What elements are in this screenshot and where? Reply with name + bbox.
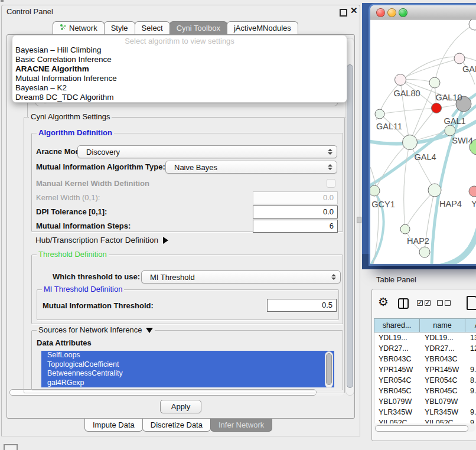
network-node-gal80[interactable] bbox=[395, 74, 406, 86]
mi-threshold-field[interactable]: 0.5 bbox=[267, 299, 337, 312]
table-horizontal-scrollbar-thumb[interactable] bbox=[375, 425, 468, 432]
attribute-item[interactable]: SelfLoops bbox=[41, 351, 334, 360]
mi-threshold-group: MI Threshold Definition Mutual Informati… bbox=[37, 289, 339, 320]
network-node[interactable] bbox=[419, 247, 430, 257]
node-label: GAL1 bbox=[444, 116, 465, 126]
gear-icon[interactable]: ⚙ bbox=[378, 295, 389, 309]
network-icon bbox=[60, 24, 67, 32]
table-cell: 9. bbox=[466, 364, 476, 375]
table-row[interactable]: YBR045CYBR045C9. bbox=[374, 386, 476, 396]
float-window-icon[interactable] bbox=[340, 9, 347, 17]
node-label: HAP4 bbox=[439, 199, 462, 208]
tab-discretize-data[interactable]: Discretize Data bbox=[142, 419, 211, 432]
table-row[interactable]: YBL079WYBL079W bbox=[374, 396, 476, 407]
dropdown-item[interactable]: Bayesian – K2 bbox=[12, 83, 347, 93]
window-corner-artifact bbox=[1, 0, 4, 2]
zoom-traffic-light-icon[interactable] bbox=[399, 8, 407, 17]
network-canvas[interactable]: GALGAL80GAL10GAL1GAL11SWI4GAL4GCY1HAP4YH… bbox=[370, 19, 476, 264]
columns-icon[interactable] bbox=[398, 298, 409, 309]
table-row[interactable]: YLR345WYLR345W9. bbox=[374, 407, 476, 418]
tab-jactivemnodules[interactable]: jActiveMNodules bbox=[227, 21, 298, 34]
panel-splitter-handle[interactable] bbox=[357, 217, 361, 223]
control-panel: Control Panel ✕ NetworkStyleSelectCyni T… bbox=[1, 5, 360, 436]
tab-network[interactable]: Network bbox=[53, 21, 105, 34]
network-node[interactable] bbox=[469, 19, 476, 30]
dropdown-item[interactable]: Mutual Information Inference bbox=[12, 74, 347, 83]
cyni-toolbox-panel: gal-filtered.sif default node Select alg… bbox=[6, 34, 355, 419]
table-cell: 9 bbox=[466, 418, 476, 423]
checked-checkbox-icon[interactable]: ✓ bbox=[417, 300, 423, 306]
network-node-hap4[interactable] bbox=[428, 184, 441, 197]
which-threshold-label: Which threshold to use: bbox=[53, 270, 140, 283]
hub-section-toggle[interactable]: Hub/Transcription Factor Definition bbox=[35, 236, 172, 244]
network-view-window[interactable]: GALGAL80GAL10GAL1GAL11SWI4GAL4GCY1HAP4YH… bbox=[370, 5, 476, 264]
minimize-traffic-light-icon[interactable] bbox=[387, 8, 396, 17]
network-window-titlebar[interactable] bbox=[370, 5, 476, 19]
attribute-item[interactable]: BetweennessCentrality bbox=[41, 369, 334, 379]
attributes-scrollbar-thumb[interactable] bbox=[326, 353, 332, 385]
network-node-gal10[interactable] bbox=[429, 77, 440, 88]
tab-infer-network[interactable]: Infer Network bbox=[210, 419, 272, 432]
table-cell: YLR345W bbox=[420, 407, 466, 418]
table-row[interactable]: YBR043CYBR043C bbox=[374, 354, 476, 364]
checked-checkbox-icon[interactable]: ✓ bbox=[425, 300, 431, 306]
tab-cyni-toolbox[interactable]: Cyni Toolbox bbox=[169, 21, 227, 34]
network-node-swi4[interactable] bbox=[445, 125, 455, 136]
table-row[interactable]: YER054CYER054C8. bbox=[374, 375, 476, 386]
kernel-width-field[interactable]: 0.0 bbox=[253, 191, 338, 204]
table-horizontal-scrollbar[interactable] bbox=[374, 425, 475, 432]
close-traffic-light-icon[interactable] bbox=[376, 8, 385, 17]
table-row[interactable]: YIL052CYIL052C9 bbox=[374, 418, 476, 423]
unchecked-checkbox-icon[interactable] bbox=[437, 300, 443, 306]
tab-style[interactable]: Style bbox=[104, 21, 135, 34]
table-cell: 12 bbox=[466, 343, 476, 354]
tab-impute-data[interactable]: Impute Data bbox=[84, 419, 143, 432]
column-header-name[interactable]: name bbox=[420, 318, 465, 332]
network-node-gcy1[interactable] bbox=[370, 185, 380, 196]
apply-button[interactable]: Apply bbox=[160, 400, 201, 413]
table-row[interactable]: YDL19...YDL19...13 bbox=[374, 332, 476, 343]
tab-label: Style bbox=[111, 24, 128, 32]
mi-threshold-group-title: MI Threshold Definition bbox=[42, 285, 124, 294]
network-node-hap2[interactable] bbox=[400, 224, 410, 234]
dropdown-item[interactable]: Basic Correlation Inference bbox=[12, 55, 347, 64]
dpi-tolerance-field[interactable]: 0.0 bbox=[253, 206, 338, 219]
mi-steps-field[interactable]: 6 bbox=[253, 220, 338, 233]
document-icon[interactable] bbox=[467, 296, 476, 310]
aracne-mode-select[interactable]: Discovery bbox=[77, 145, 337, 158]
dropdown-item[interactable]: Bayesian – Hill Climbing bbox=[12, 45, 347, 55]
dropdown-item[interactable]: ARACNE Algorithm bbox=[12, 64, 347, 74]
data-attributes-list[interactable]: SelfLoopsTopologicalCoefficientBetweenne… bbox=[41, 351, 334, 387]
mi-type-select[interactable]: Naive Bayes bbox=[165, 161, 337, 174]
dropdown-item[interactable]: Dream8 DC_TDC Algorithm bbox=[12, 93, 347, 102]
minimized-window-fragment[interactable] bbox=[4, 444, 18, 450]
node-label: HAP2 bbox=[407, 236, 429, 246]
attribute-item[interactable]: gal4RGexp bbox=[41, 379, 334, 388]
tab-select[interactable]: Select bbox=[135, 21, 170, 34]
attribute-item[interactable]: TopologicalCoefficient bbox=[41, 360, 334, 370]
node-label: GAL11 bbox=[376, 122, 402, 131]
close-icon[interactable]: ✕ bbox=[350, 5, 358, 16]
stepper-icon bbox=[328, 163, 332, 171]
network-node-y[interactable] bbox=[469, 186, 476, 197]
column-header-shared...[interactable]: shared... bbox=[374, 318, 420, 332]
column-header-A[interactable]: A bbox=[465, 318, 476, 332]
table-cell: YDR27... bbox=[374, 343, 420, 354]
table-row[interactable]: YPR145WYPR145W9. bbox=[374, 364, 476, 375]
vertical-scrollbar-thumb[interactable] bbox=[347, 64, 353, 388]
attributes-scrollbar[interactable] bbox=[325, 351, 333, 388]
table-cell: 9. bbox=[466, 407, 476, 418]
network-node-gal4[interactable] bbox=[403, 135, 418, 150]
which-threshold-select[interactable]: MI Threshold bbox=[141, 270, 341, 283]
mi-type-value: Naive Bayes bbox=[174, 163, 217, 172]
manual-kernel-checkbox[interactable] bbox=[327, 179, 335, 188]
network-node-gal1[interactable] bbox=[432, 103, 442, 113]
algorithm-dropdown-list: Bayesian – Hill ClimbingBasic Correlatio… bbox=[12, 45, 347, 102]
table-row[interactable]: YDR27...YDR27...12 bbox=[374, 343, 476, 354]
algorithm-popup: Select algorithm to view settings Bayesi… bbox=[12, 35, 347, 103]
table-cell: 9. bbox=[466, 386, 476, 396]
kernel-width-label: Kernel Width (0,1): bbox=[36, 191, 100, 204]
unchecked-checkbox-icon[interactable] bbox=[445, 300, 451, 306]
network-node-gal11[interactable] bbox=[375, 109, 384, 119]
network-node-gal[interactable] bbox=[454, 53, 465, 64]
